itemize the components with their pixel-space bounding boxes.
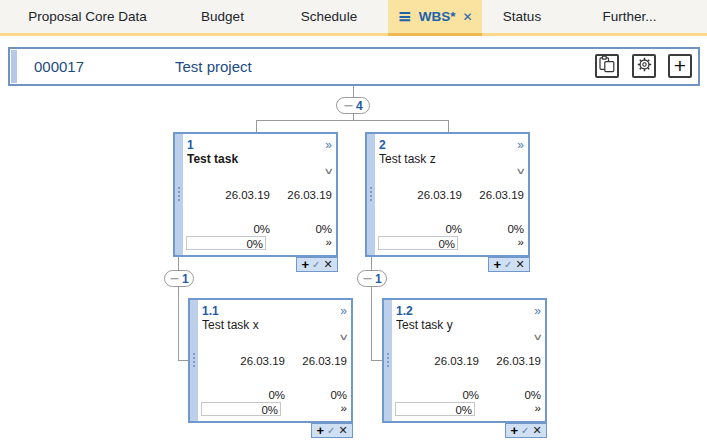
connector-line (178, 360, 188, 361)
child-count: 1 (182, 273, 189, 285)
tab-bar: Proposal Core Data Budget Schedule ≡ WBS… (0, 0, 707, 33)
tab-further[interactable]: Further... (562, 0, 697, 33)
collapse-icon: − (343, 99, 354, 112)
expand-details-icon[interactable]: » (340, 305, 347, 317)
card-code: 1.2 (396, 304, 534, 318)
card-code: 2 (379, 138, 517, 152)
percent-right: 0% (270, 223, 332, 235)
card-drag-handle[interactable] (175, 134, 183, 255)
card-action-bar: + ✓ ✕ (488, 257, 530, 272)
wbs-editor: Proposal Core Data Budget Schedule ≡ WBS… (0, 0, 707, 447)
start-date: 26.03.19 (187, 189, 270, 201)
project-name[interactable]: Test project (175, 49, 252, 84)
card-drag-handle[interactable] (190, 300, 198, 421)
card-code: 1.1 (202, 304, 340, 318)
connector-line (178, 257, 179, 271)
delete-icon[interactable]: ✕ (323, 259, 332, 270)
add-icon[interactable]: + (316, 424, 324, 437)
delete-icon[interactable]: ✕ (532, 425, 541, 436)
chevron-down-icon[interactable]: ∨ (515, 166, 526, 175)
percent-input[interactable]: 0% (186, 236, 266, 250)
connector-line (256, 120, 449, 121)
add-node-button[interactable]: + (668, 54, 692, 78)
connector-line (371, 287, 372, 360)
collapse-node1-expander[interactable]: − 1 (164, 270, 194, 287)
grip-dots-icon (193, 353, 195, 355)
start-date: 26.03.19 (379, 189, 462, 201)
percent-input[interactable]: 0% (378, 236, 458, 250)
project-header[interactable]: 000017 Test project (8, 47, 700, 86)
confirm-icon[interactable]: ✓ (312, 260, 320, 270)
end-date: 26.03.19 (479, 355, 541, 367)
add-icon[interactable]: + (493, 258, 501, 271)
add-icon[interactable]: + (510, 424, 518, 437)
percent-left: 0% (379, 223, 462, 235)
end-date: 26.03.19 (462, 189, 524, 201)
project-header-stripe (11, 50, 17, 83)
chevron-down-icon[interactable]: ∨ (338, 332, 349, 341)
paste-button[interactable] (595, 54, 619, 78)
percent-left: 0% (187, 223, 270, 235)
tab-underline (0, 33, 707, 36)
connector-line (178, 287, 179, 360)
chevron-down-icon[interactable]: ∨ (323, 166, 334, 175)
percent-input[interactable]: 0% (201, 402, 281, 416)
start-date: 26.03.19 (396, 355, 479, 367)
expand-details-icon[interactable]: » (517, 139, 524, 151)
menu-icon[interactable]: ≡ (397, 8, 411, 25)
project-id: 000017 (34, 49, 84, 84)
wbs-card-1-1[interactable]: 1.1 » Test task x ∨ 26.03.19 26.03.19 0%… (188, 298, 353, 423)
expand-more-icon[interactable]: » (476, 403, 541, 415)
confirm-icon[interactable]: ✓ (504, 260, 512, 270)
wbs-card-2[interactable]: 2 » Test task z ∨ 26.03.19 26.03.19 0% 0… (365, 132, 530, 257)
end-date: 26.03.19 (270, 189, 332, 201)
expand-more-icon[interactable]: » (459, 237, 524, 249)
percent-right: 0% (479, 389, 541, 401)
wbs-card-1-2[interactable]: 1.2 » Test task y ∨ 26.03.19 26.03.19 0%… (382, 298, 547, 423)
grip-dots-icon (387, 353, 389, 355)
confirm-icon[interactable]: ✓ (327, 426, 335, 436)
tab-budget[interactable]: Budget (175, 0, 270, 33)
plus-icon: + (674, 57, 686, 75)
tab-status[interactable]: Status (482, 0, 562, 33)
start-date: 26.03.19 (202, 355, 285, 367)
tab-wbs[interactable]: ≡ WBS* ✕ (388, 0, 482, 33)
card-drag-handle[interactable] (384, 300, 392, 421)
tab-proposal-core-data[interactable]: Proposal Core Data (0, 0, 175, 33)
percent-input[interactable]: 0% (395, 402, 475, 416)
percent-left: 0% (202, 389, 285, 401)
collapse-root-expander[interactable]: − 4 (336, 97, 370, 114)
grip-dots-icon (370, 187, 372, 189)
expand-details-icon[interactable]: » (325, 139, 332, 151)
chevron-down-icon[interactable]: ∨ (532, 332, 543, 341)
percent-left: 0% (396, 389, 479, 401)
child-count: 1 (375, 273, 382, 285)
card-action-bar: + ✓ ✕ (505, 423, 547, 438)
connector-line (448, 120, 449, 132)
card-action-bar: + ✓ ✕ (311, 423, 353, 438)
tab-schedule[interactable]: Schedule (270, 0, 388, 33)
tab-wbs-label: WBS* (419, 9, 456, 24)
delete-icon[interactable]: ✕ (338, 425, 347, 436)
paste-icon (598, 55, 616, 77)
wbs-card-1[interactable]: 1 » Test task ∨ 26.03.19 26.03.19 0% 0% … (173, 132, 338, 257)
expand-more-icon[interactable]: » (282, 403, 347, 415)
connector-line (256, 120, 257, 132)
expand-details-icon[interactable]: » (534, 305, 541, 317)
close-tab-icon[interactable]: ✕ (462, 11, 472, 23)
card-drag-handle[interactable] (367, 134, 375, 255)
percent-right: 0% (285, 389, 347, 401)
connector-line (371, 360, 382, 361)
active-tab-underline (388, 33, 482, 36)
collapse-node2-expander[interactable]: − 1 (357, 270, 387, 287)
card-action-bar: + ✓ ✕ (296, 257, 338, 272)
grip-dots-icon (178, 187, 180, 189)
gear-icon (636, 56, 653, 77)
confirm-icon[interactable]: ✓ (521, 426, 529, 436)
settings-button[interactable] (632, 54, 656, 78)
expand-more-icon[interactable]: » (267, 237, 332, 249)
end-date: 26.03.19 (285, 355, 347, 367)
delete-icon[interactable]: ✕ (515, 259, 524, 270)
connector-line (371, 257, 372, 271)
add-icon[interactable]: + (301, 258, 309, 271)
